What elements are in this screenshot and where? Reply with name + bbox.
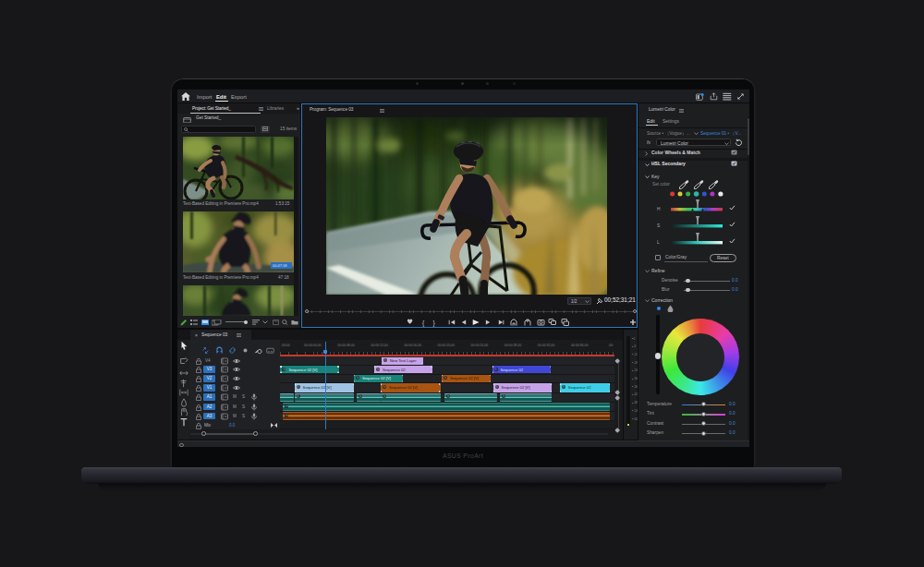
svg-text:{: {	[422, 320, 425, 327]
svg-text:}: }	[433, 320, 436, 327]
svg-text:00;47;18: 00;47;18	[273, 263, 287, 268]
